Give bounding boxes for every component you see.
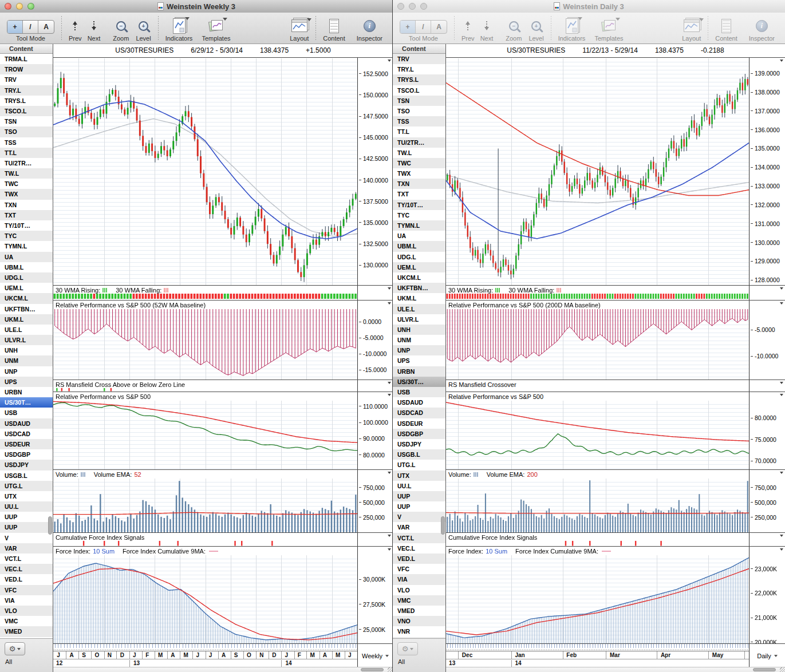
- symbol-list-item[interactable]: TU/2TR…: [0, 158, 53, 168]
- symbol-list-item[interactable]: TW.L: [393, 148, 445, 158]
- symbol-list-item[interactable]: VNR: [393, 626, 445, 637]
- symbol-list-item[interactable]: UU.L: [0, 501, 53, 512]
- symbol-list-item[interactable]: TRMA.L: [0, 54, 53, 64]
- symbol-list-item[interactable]: TRV: [393, 54, 445, 64]
- rp-chart-canvas[interactable]: [446, 309, 749, 380]
- symbol-list-item[interactable]: UNM: [393, 335, 445, 345]
- symbol-list-item[interactable]: VLO: [0, 606, 53, 616]
- symbol-list-item[interactable]: URBN: [393, 366, 445, 377]
- sidebar-header[interactable]: Content: [393, 44, 445, 54]
- symbol-list-item[interactable]: UKCM.L: [393, 272, 445, 283]
- symbol-list-item[interactable]: UUP: [0, 512, 53, 522]
- periodicity-selector[interactable]: Daily: [750, 651, 785, 661]
- symbol-list-item[interactable]: UTG.L: [393, 460, 445, 470]
- symbol-list-item[interactable]: TXT: [393, 189, 445, 199]
- symbol-list-item[interactable]: TRY.L: [393, 64, 445, 74]
- symbol-list-item[interactable]: USDAUD: [0, 418, 53, 429]
- symbol-list-item[interactable]: TSO: [393, 106, 445, 116]
- next-button[interactable]: Next: [88, 18, 101, 42]
- volume-chart-canvas[interactable]: [446, 479, 749, 532]
- templates-button[interactable]: Templates: [202, 18, 230, 42]
- symbol-list-item[interactable]: TSCO.L: [393, 85, 445, 96]
- pane-menu-triangle[interactable]: [780, 302, 783, 305]
- crosshair-tool-button[interactable]: +: [7, 21, 23, 33]
- content-button[interactable]: Content: [323, 18, 345, 42]
- symbol-list-item[interactable]: UNH: [0, 345, 53, 355]
- zoom-out-button[interactable]: − Zoom: [113, 18, 129, 42]
- force-chart-canvas[interactable]: [446, 555, 749, 643]
- scrollbar-thumb[interactable]: [361, 668, 384, 671]
- indicators-button[interactable]: Indicators: [165, 18, 193, 42]
- symbol-list-item[interactable]: VCT.L: [393, 533, 445, 543]
- text-tool-button[interactable]: A: [38, 21, 54, 33]
- prev-button[interactable]: Prev: [461, 18, 475, 42]
- horizontal-scrollbar[interactable]: [53, 667, 393, 672]
- symbol-list-item[interactable]: UEM.L: [393, 262, 445, 272]
- symbol-list-item[interactable]: VFC: [0, 585, 53, 595]
- symbol-list-item[interactable]: TSS: [393, 116, 445, 127]
- symbol-list-item[interactable]: UA: [0, 252, 53, 262]
- symbol-list-item[interactable]: UUP: [0, 522, 53, 532]
- symbol-list-item[interactable]: USDEUR: [393, 418, 445, 429]
- resize-grip[interactable]: [388, 667, 393, 672]
- indicators-button[interactable]: Indicators: [558, 18, 586, 42]
- zoom-in-button[interactable]: + Level: [528, 18, 543, 42]
- symbol-list-item[interactable]: TXN: [0, 200, 53, 210]
- symbol-list-item[interactable]: VIA: [0, 595, 53, 606]
- symbol-list-item[interactable]: USDCAD: [393, 408, 445, 418]
- symbol-list-item[interactable]: USGB.L: [0, 471, 53, 481]
- symbol-list-item[interactable]: TRYS.L: [0, 96, 53, 106]
- symbol-list-item[interactable]: ULE.L: [0, 325, 53, 335]
- symbol-list-item[interactable]: UBM.L: [0, 262, 53, 272]
- symbol-list-item[interactable]: VMC: [393, 595, 445, 606]
- symbol-list-item[interactable]: UKFTBN…: [393, 283, 445, 293]
- symbol-list-item[interactable]: ULVR.L: [393, 314, 445, 325]
- symbol-list-item[interactable]: UDG.L: [393, 252, 445, 262]
- symbol-list-item[interactable]: TRY.L: [0, 85, 53, 96]
- symbol-list-item[interactable]: USGB.L: [393, 449, 445, 460]
- inspector-button[interactable]: i Inspector: [749, 18, 775, 42]
- next-button[interactable]: Next: [480, 18, 494, 42]
- price-chart-canvas[interactable]: [446, 58, 749, 286]
- horizontal-scrollbar[interactable]: [446, 667, 785, 672]
- line-tool-button[interactable]: /: [416, 21, 431, 33]
- symbol-list-item[interactable]: USB: [0, 408, 53, 418]
- sidebar-scrollbar-thumb[interactable]: [441, 516, 445, 535]
- symbol-list-item[interactable]: VAR: [393, 522, 445, 532]
- titlebar[interactable]: Weinstein Weekly 3: [0, 0, 393, 13]
- symbol-list-item[interactable]: TROW: [0, 64, 53, 74]
- symbol-list-item[interactable]: VED.L: [393, 554, 445, 564]
- pane-menu-triangle[interactable]: [780, 472, 783, 474]
- mansfield-strip-canvas[interactable]: [53, 388, 357, 392]
- symbol-list-item[interactable]: UKCM.L: [0, 293, 53, 303]
- symbol-list-item[interactable]: UPS: [393, 355, 445, 366]
- symbol-list-item[interactable]: TW.L: [0, 168, 53, 179]
- symbol-list-item[interactable]: UPS: [0, 377, 53, 387]
- symbol-list-item[interactable]: VAR: [0, 543, 53, 554]
- symbol-list-item[interactable]: UNH: [393, 325, 445, 335]
- symbol-list-item[interactable]: VMED: [393, 606, 445, 616]
- gear-menu-button[interactable]: ⚙: [5, 642, 25, 655]
- symbol-list-item[interactable]: UNP: [0, 366, 53, 377]
- text-tool-button[interactable]: A: [431, 21, 447, 33]
- cumforce-strip-canvas[interactable]: [53, 540, 357, 546]
- symbol-list-item[interactable]: TXN: [393, 179, 445, 189]
- rp-chart-canvas[interactable]: [53, 309, 357, 380]
- symbol-list-item[interactable]: UKM.L: [393, 293, 445, 303]
- symbol-list-item[interactable]: ULVR.L: [0, 335, 53, 345]
- symbol-list-item[interactable]: TYC: [0, 231, 53, 241]
- wma-strip-canvas[interactable]: [53, 293, 357, 299]
- pane-menu-triangle[interactable]: [780, 548, 783, 551]
- pane-menu-triangle[interactable]: [388, 535, 391, 537]
- symbol-list-item[interactable]: USDJPY: [0, 460, 53, 470]
- symbol-list-item[interactable]: TSS: [0, 137, 53, 148]
- symbol-list-item[interactable]: VEC.L: [0, 564, 53, 574]
- pane-menu-triangle[interactable]: [780, 382, 783, 384]
- crosshair-tool-button[interactable]: +: [400, 21, 416, 33]
- templates-button[interactable]: Templates: [594, 18, 623, 42]
- layout-button[interactable]: Layout: [682, 18, 701, 42]
- pane-menu-triangle[interactable]: [780, 535, 783, 537]
- symbol-list-item[interactable]: USDGBP: [393, 429, 445, 439]
- symbol-list-item[interactable]: USDAUD: [393, 397, 445, 408]
- pane-menu-triangle[interactable]: [780, 287, 783, 290]
